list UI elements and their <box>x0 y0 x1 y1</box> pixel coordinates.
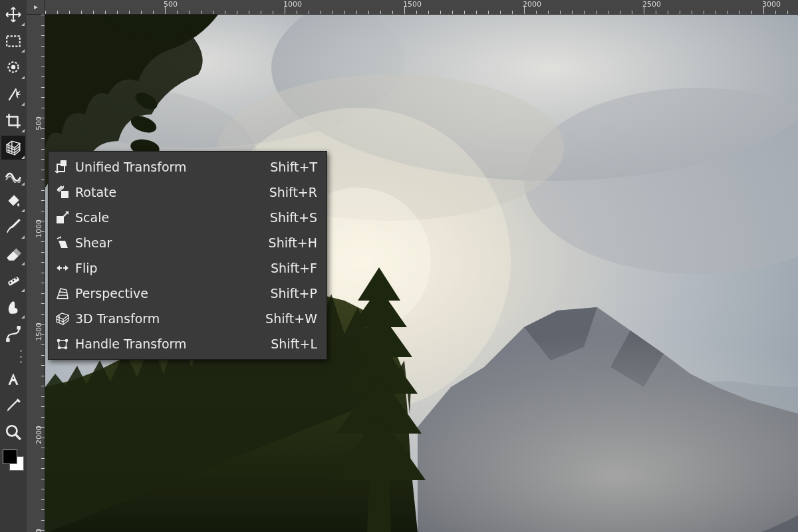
menu-item-label: Flip <box>75 261 257 275</box>
toolbox-separator <box>20 350 24 363</box>
menu-item-label: Handle Transform <box>75 336 257 351</box>
menu-item-shortcut: Shift+S <box>270 210 317 225</box>
svg-point-4 <box>9 282 11 284</box>
menu-item-perspective[interactable]: PerspectiveShift+P <box>49 281 327 306</box>
menu-item-shear[interactable]: ShearShift+H <box>49 230 327 255</box>
svg-point-6 <box>15 277 17 279</box>
ruler-label: 1500 <box>403 0 422 9</box>
svg-rect-8 <box>17 326 20 329</box>
smudge-tool[interactable] <box>1 295 25 319</box>
menu-item-shortcut: Shift+R <box>269 185 317 200</box>
svg-point-5 <box>13 280 15 282</box>
heal-tool[interactable] <box>1 269 25 293</box>
menu-item-label: Shear <box>75 235 255 250</box>
ruler-vertical[interactable]: 5001000150020002500 <box>27 15 45 532</box>
svg-rect-7 <box>6 338 9 342</box>
scale-icon <box>54 209 71 226</box>
foreground-color[interactable] <box>3 450 17 464</box>
ruler-label: 500 <box>35 116 43 130</box>
ruler-label: 2000 <box>35 426 43 444</box>
svg-rect-0 <box>7 36 20 46</box>
perspective-icon <box>54 285 71 302</box>
menu-item-rotate[interactable]: RotateShift+R <box>49 180 327 205</box>
transform-context-menu: Unified TransformShift+TRotateShift+RSca… <box>48 151 327 360</box>
menu-item-label: Rotate <box>75 185 256 200</box>
ruler-horizontal[interactable]: 50010001500200025003000 <box>45 0 798 15</box>
menu-item-label: Unified Transform <box>75 160 257 174</box>
svg-point-9 <box>7 426 17 436</box>
svg-rect-24 <box>61 191 68 198</box>
ruler-label: 3000 <box>762 0 781 9</box>
shear-icon <box>54 234 71 251</box>
crop-tool[interactable] <box>1 109 25 133</box>
menu-item-flip[interactable]: FlipShift+F <box>49 255 327 281</box>
menu-item-3d-transform[interactable]: 3D TransformShift+W <box>49 306 327 331</box>
paintbrush-tool[interactable] <box>1 215 25 239</box>
toolbox <box>0 0 27 532</box>
svg-rect-25 <box>57 216 64 223</box>
menu-item-scale[interactable]: ScaleShift+S <box>49 205 327 230</box>
ruler-label: 2000 <box>523 0 541 9</box>
ruler-label: 500 <box>164 0 178 9</box>
ruler-label: 2500 <box>35 529 43 532</box>
color-picker-tool[interactable] <box>1 394 25 418</box>
eraser-tool[interactable] <box>1 242 25 266</box>
warp-tool[interactable] <box>1 162 25 186</box>
path-tool[interactable] <box>1 322 25 346</box>
color-swatch[interactable] <box>3 450 24 471</box>
zoom-tool[interactable] <box>1 420 25 444</box>
menu-item-shortcut: Shift+H <box>269 235 317 250</box>
flip-icon <box>54 259 71 277</box>
menu-item-shortcut: Shift+W <box>265 311 317 326</box>
menu-item-label: Scale <box>75 210 257 225</box>
ruler-label: 1000 <box>35 219 43 238</box>
menu-item-unified-transform[interactable]: Unified TransformShift+T <box>49 154 327 180</box>
menu-item-handle-transform[interactable]: Handle TransformShift+L <box>49 331 327 356</box>
menu-item-label: 3D Transform <box>75 311 252 326</box>
free-select-tool[interactable] <box>1 56 25 80</box>
rotate-icon <box>54 184 71 201</box>
rectangle-select-tool[interactable] <box>1 29 25 53</box>
fuzzy-select-tool[interactable] <box>1 82 25 106</box>
svg-point-2 <box>11 65 16 70</box>
transform-tool[interactable] <box>1 136 25 160</box>
handle-transform-icon <box>54 335 71 352</box>
move-tool[interactable] <box>1 3 25 27</box>
ruler-label: 1500 <box>35 323 43 341</box>
menu-item-shortcut: Shift+T <box>270 160 317 174</box>
ruler-corner[interactable] <box>27 0 45 15</box>
3d-transform-icon <box>54 310 71 327</box>
menu-item-label: Perspective <box>75 286 257 301</box>
unified-transform-icon <box>54 158 71 176</box>
bucket-fill-tool[interactable] <box>1 189 25 213</box>
menu-item-shortcut: Shift+L <box>271 336 317 351</box>
ruler-label: 2500 <box>642 0 661 9</box>
menu-item-shortcut: Shift+P <box>270 286 317 301</box>
ruler-label: 1000 <box>283 0 302 9</box>
menu-item-shortcut: Shift+F <box>271 261 317 275</box>
text-tool[interactable] <box>1 367 25 391</box>
svg-rect-22 <box>61 160 66 166</box>
